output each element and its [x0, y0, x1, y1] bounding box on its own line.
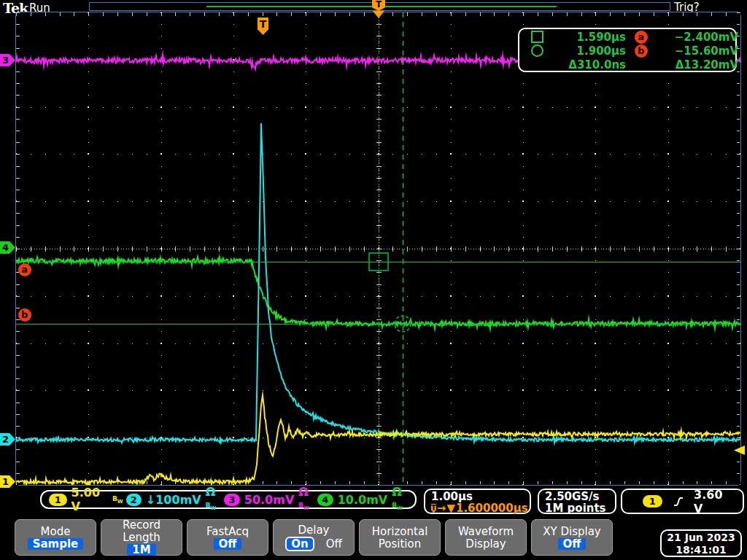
channel-3-badge: 3	[224, 494, 240, 506]
channel-1-coupling-bw: BW	[112, 492, 123, 508]
channel-3-readout[interactable]: 350.0mVΩBW	[224, 485, 314, 514]
channel-4-coupling-bw: ΩBW	[392, 485, 408, 514]
menu-label: FastAcq	[206, 526, 249, 537]
cursor-a-badge: a	[635, 31, 648, 44]
menu-value-selected[interactable]: 1M	[127, 544, 155, 556]
horizontal-readout-box[interactable]: 1.00µs T→▼1.600000µs	[424, 489, 531, 514]
menu-label: XY Display	[543, 526, 601, 537]
date-label: 21 Jun 2023	[662, 532, 740, 544]
trigger-flag-icon: T	[431, 504, 436, 513]
channel-4-readout[interactable]: 410.0mVΩBW	[317, 485, 408, 514]
menu-button-horizontal-position[interactable]: HorizontalPosition	[359, 519, 441, 556]
cursor-delta-value: Δ13.20mV	[654, 58, 738, 71]
channel-4-badge: 4	[317, 494, 333, 506]
channel-4-scale: 10.0mV	[338, 493, 388, 507]
channel-2-reference-marker[interactable]: 2	[0, 433, 15, 446]
channel-1-reference-marker[interactable]: 1	[0, 475, 15, 488]
menu-label: Display	[465, 538, 506, 550]
acquisition-readout-box[interactable]: 2.50GS/s 1M points	[538, 489, 616, 514]
waveform-canvas	[16, 12, 740, 485]
cursor2-time: 1.900µs	[550, 44, 626, 58]
channel-readout-box: 15.00 VBW2↓100mVΩBW350.0mVΩBW410.0mVΩBW	[40, 490, 417, 509]
cursor-b-value: −15.60mV	[654, 44, 738, 58]
channel-2-coupling-bw: ΩBW	[206, 485, 221, 514]
oscilloscope-screen: Tek Run T Trig? T 3421 ab 1.590µs a −2.4…	[0, 0, 747, 560]
menu-value-selected[interactable]: On	[285, 537, 314, 551]
menu-button-mode[interactable]: ModeSample	[15, 519, 96, 556]
cursor-readout-box: 1.590µs a −2.400mV 1.900µs b −15.60mV Δ3…	[518, 28, 737, 72]
cursor-b-level-marker[interactable]: b	[18, 308, 31, 322]
expansion-point-arrow	[373, 11, 384, 18]
menu-button-xy display[interactable]: XY DisplayOff	[531, 519, 613, 556]
menu-value-selected[interactable]: Sample	[28, 538, 84, 550]
menu-label: Position	[379, 538, 421, 550]
trigger-readout-box[interactable]: 1 3.60 V	[621, 489, 744, 514]
channel-1-readout[interactable]: 15.00 VBW	[49, 486, 123, 513]
menu-value-selected[interactable]: Off	[558, 538, 587, 550]
channel-3-coupling-bw: ΩBW	[298, 485, 314, 514]
time-label: 18:41:01	[662, 544, 740, 556]
menu-label: Delay	[298, 524, 329, 536]
menu-value-selected[interactable]: Off	[214, 538, 242, 550]
cursor-b-badge: b	[635, 44, 648, 58]
channel-2-scale: ↓100mV	[146, 493, 201, 507]
channel-1-badge: 1	[49, 494, 67, 506]
graticule	[15, 12, 741, 486]
menu-label: Waveform	[458, 526, 514, 537]
cursor-a-level-marker[interactable]: a	[18, 263, 31, 276]
rising-edge-icon	[673, 496, 684, 508]
menu-button-record-length[interactable]: RecordLength1M	[101, 519, 182, 556]
trigger-source-badge: 1	[643, 495, 662, 508]
menu-button-fastacq[interactable]: FastAcqOff	[187, 519, 268, 556]
menu-label: Record	[123, 519, 160, 531]
sample-rate: 2.50GS/s	[545, 491, 609, 502]
channel-2-readout[interactable]: 2↓100mVΩBW	[126, 485, 222, 514]
delay-value: 1.600000µs	[456, 502, 528, 514]
cursor1-time: 1.590µs	[550, 31, 626, 44]
menu-label: Mode	[41, 526, 71, 537]
menu-label: Horizontal	[372, 526, 428, 537]
delay-marker-icon: ▼	[446, 502, 455, 514]
channel-1-scale: 5.00 V	[71, 486, 108, 513]
cursor-a-value: −2.400mV	[654, 31, 738, 44]
channel-3-reference-marker[interactable]: 3	[0, 54, 15, 66]
channel-3-scale: 50.0mV	[244, 493, 295, 507]
menu-button-waveform-display[interactable]: WaveformDisplay	[445, 519, 527, 556]
delay-arrow-icon: →	[437, 502, 446, 514]
cursor-delta-time: Δ310.0ns	[550, 58, 626, 71]
menu-label: Length	[123, 532, 160, 543]
menu-button-delay[interactable]: DelayOnOff	[273, 519, 355, 556]
horizontal-scale: 1.00µs	[431, 491, 524, 502]
menu-value-alternate[interactable]: Off	[326, 538, 342, 550]
datetime-box: 21 Jun 2023 18:41:01	[660, 529, 742, 557]
record-points: 1M points	[545, 502, 609, 514]
cursor2-circle-icon	[531, 44, 543, 57]
channel-2-badge: 2	[126, 494, 142, 506]
channel-4-reference-marker[interactable]: 4	[0, 241, 15, 254]
cursor1-square-icon	[531, 31, 543, 43]
trigger-level-value: 3.60 V	[694, 488, 734, 516]
horizontal-delay: T→▼1.600000µs	[431, 502, 524, 514]
